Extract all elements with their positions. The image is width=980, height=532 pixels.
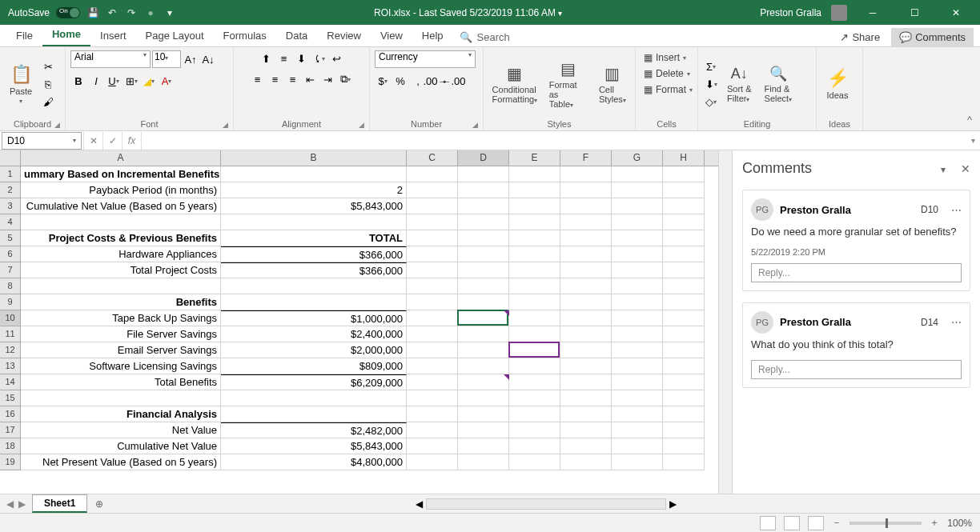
cell-E4[interactable] [509, 214, 560, 230]
cell-H1[interactable] [663, 166, 705, 182]
cell-B10[interactable]: $1,000,000 [221, 310, 407, 326]
increase-indent-icon[interactable]: ⇥ [320, 71, 336, 87]
find-select-button[interactable]: 🔍Find &Select▾ [760, 63, 797, 105]
cell-A16[interactable]: Financial Analysis [21, 406, 221, 422]
cell-B19[interactable]: $4,800,000 [221, 454, 407, 470]
formula-input[interactable] [141, 132, 966, 150]
zoom-in-button[interactable]: ＋ [930, 516, 939, 530]
tab-insert[interactable]: Insert [90, 25, 136, 46]
cell-C7[interactable] [407, 262, 458, 278]
fx-button[interactable]: fx [122, 132, 141, 150]
maximize-button[interactable]: ☐ [898, 1, 930, 25]
col-header-b[interactable]: B [221, 150, 407, 166]
cell-H19[interactable] [663, 454, 705, 470]
cell-H17[interactable] [663, 422, 705, 438]
cell-F16[interactable] [560, 406, 612, 422]
cell-F2[interactable] [560, 182, 612, 198]
cell-E17[interactable] [509, 422, 560, 438]
cell-D18[interactable] [458, 438, 509, 454]
cell-E18[interactable] [509, 438, 560, 454]
col-header-g[interactable]: G [612, 150, 663, 166]
cell-C1[interactable] [407, 166, 458, 182]
cell-C13[interactable] [407, 358, 458, 374]
percent-format-icon[interactable]: % [392, 73, 408, 89]
cell-G13[interactable] [612, 358, 663, 374]
align-middle-icon[interactable]: ≡ [276, 50, 292, 66]
cell-H5[interactable] [663, 230, 705, 246]
cell-D16[interactable] [458, 406, 509, 422]
name-box[interactable]: D10▾ [2, 132, 82, 150]
reply-input[interactable]: Reply... [751, 360, 962, 379]
cell-C3[interactable] [407, 198, 458, 214]
underline-button[interactable]: U▾ [106, 73, 122, 89]
cell-B3[interactable]: $5,843,000 [221, 198, 407, 214]
format-as-table-button[interactable]: ▤Format asTable▾ [544, 58, 592, 110]
align-top-icon[interactable]: ⬆ [259, 50, 275, 66]
cell-styles-button[interactable]: ▥CellStyles▾ [595, 62, 630, 106]
cell-A13[interactable]: Software Licensing Savings [21, 358, 221, 374]
cell-B9[interactable] [221, 294, 407, 310]
orientation-icon[interactable]: ⤹▾ [311, 50, 327, 66]
cell-H14[interactable] [663, 374, 705, 390]
cell-E8[interactable] [509, 278, 560, 294]
cell-F8[interactable] [560, 278, 612, 294]
cell-D4[interactable] [458, 214, 509, 230]
cell-C14[interactable] [407, 374, 458, 390]
cell-H12[interactable] [663, 342, 705, 358]
cell-A15[interactable] [21, 390, 221, 406]
cell-A8[interactable] [21, 278, 221, 294]
cell-G10[interactable] [612, 310, 663, 326]
cell-F6[interactable] [560, 246, 612, 262]
cancel-formula-icon[interactable]: ✕ [83, 132, 102, 150]
undo-icon[interactable]: ↶ [106, 6, 118, 19]
row-header[interactable]: 17 [0, 422, 21, 438]
cell-G15[interactable] [612, 390, 663, 406]
row-header[interactable]: 6 [0, 246, 21, 262]
collapse-ribbon-button[interactable]: ^ [959, 47, 980, 130]
cell-A6[interactable]: Hardware Appliances [21, 246, 221, 262]
font-size-select[interactable]: 10▾ [152, 50, 181, 68]
row-header[interactable]: 10 [0, 310, 21, 326]
tab-page-layout[interactable]: Page Layout [136, 25, 214, 46]
cell-D10[interactable] [458, 310, 509, 326]
cell-B18[interactable]: $5,843,000 [221, 438, 407, 454]
close-pane-icon[interactable]: ✕ [961, 162, 970, 175]
cell-C9[interactable] [407, 294, 458, 310]
row-header[interactable]: 12 [0, 342, 21, 358]
cell-D15[interactable] [458, 390, 509, 406]
cell-D2[interactable] [458, 182, 509, 198]
cell-B7[interactable]: $366,000 [221, 262, 407, 278]
cell-F15[interactable] [560, 390, 612, 406]
decrease-decimal-icon[interactable]: ←.00 [445, 73, 461, 89]
cell-D19[interactable] [458, 454, 509, 470]
user-name[interactable]: Preston Gralla [760, 7, 821, 18]
row-header[interactable]: 1 [0, 166, 21, 182]
share-button[interactable]: ↗Share [832, 28, 888, 46]
cell-D7[interactable] [458, 262, 509, 278]
col-header-e[interactable]: E [509, 150, 560, 166]
cell-D8[interactable] [458, 278, 509, 294]
decrease-font-icon[interactable]: A↓ [200, 51, 216, 67]
tab-home[interactable]: Home [42, 23, 90, 46]
cell-D6[interactable] [458, 246, 509, 262]
number-launcher-icon[interactable]: ◢ [472, 121, 478, 129]
clear-icon[interactable]: ◇▾ [703, 94, 719, 110]
cell-E6[interactable] [509, 246, 560, 262]
redo-icon[interactable]: ↷ [125, 6, 138, 19]
font-launcher-icon[interactable]: ◢ [223, 121, 228, 129]
cell-D5[interactable] [458, 230, 509, 246]
cell-C10[interactable] [407, 310, 458, 326]
cell-B12[interactable]: $2,000,000 [221, 342, 407, 358]
tab-data[interactable]: Data [276, 25, 317, 46]
cell-D14[interactable] [458, 374, 509, 390]
row-header[interactable]: 7 [0, 262, 21, 278]
cell-C19[interactable] [407, 454, 458, 470]
fill-color-button[interactable]: ◢▾ [141, 73, 157, 89]
qat-customize-icon[interactable]: ▾ [163, 6, 176, 19]
cell-F1[interactable] [560, 166, 612, 182]
border-button[interactable]: ⊞▾ [123, 73, 139, 89]
cell-F14[interactable] [560, 374, 612, 390]
fill-icon[interactable]: ⬇▾ [703, 76, 719, 92]
cell-B1[interactable] [221, 166, 407, 182]
cell-B15[interactable] [221, 390, 407, 406]
